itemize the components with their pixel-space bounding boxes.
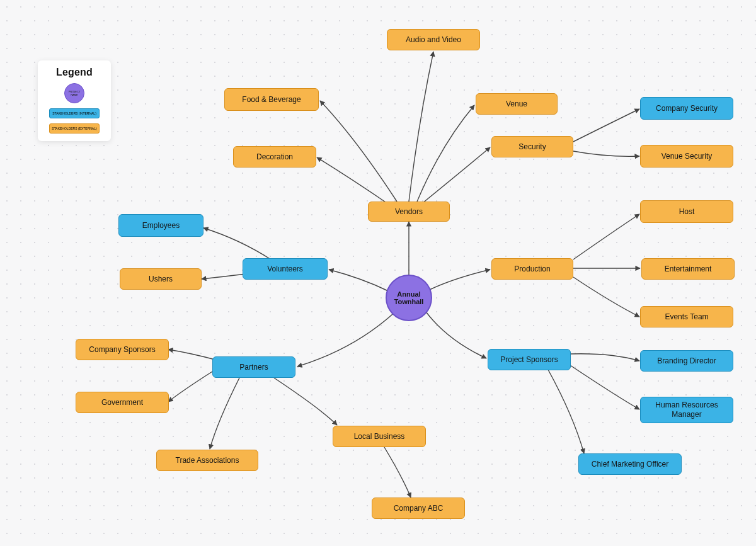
center-project-node[interactable]: Annual Townhall <box>386 275 432 321</box>
node-audio-video[interactable]: Audio and Video <box>387 29 480 50</box>
legend-internal-label: STAKEHOLDERS (INTERNAL) <box>52 111 96 115</box>
node-label: Audio and Video <box>406 35 461 45</box>
node-label: Company Sponsors <box>89 345 155 355</box>
node-events-team[interactable]: Events Team <box>640 306 733 327</box>
legend-title: Legend <box>43 67 106 78</box>
node-label: Host <box>679 207 695 217</box>
node-partners[interactable]: Partners <box>212 356 295 378</box>
node-ushers[interactable]: Ushers <box>120 268 202 290</box>
node-entertainment[interactable]: Entertainment <box>641 258 735 280</box>
node-label: Production <box>514 264 550 274</box>
node-local-business[interactable]: Local Business <box>333 426 426 447</box>
node-label: Government <box>101 398 143 407</box>
node-company-abc[interactable]: Company ABC <box>372 498 465 519</box>
node-volunteers[interactable]: Volunteers <box>243 258 328 280</box>
legend-external-label: STAKEHOLDERS (EXTERNAL) <box>52 127 96 130</box>
node-label: Vendors <box>395 207 423 217</box>
legend-project-swatch: PROJECT NAME <box>64 83 84 103</box>
node-label: Human Resources Manager <box>646 401 728 419</box>
node-label: Local Business <box>354 432 405 441</box>
node-food-beverage[interactable]: Food & Beverage <box>224 88 319 111</box>
node-label: Volunteers <box>267 264 303 274</box>
node-hr-manager[interactable]: Human Resources Manager <box>640 397 733 423</box>
legend-external-swatch: STAKEHOLDERS (EXTERNAL) <box>49 123 100 134</box>
node-company-sponsors[interactable]: Company Sponsors <box>76 339 169 360</box>
node-company-security[interactable]: Company Security <box>640 97 733 120</box>
node-vendors[interactable]: Vendors <box>368 202 450 222</box>
node-security[interactable]: Security <box>491 136 573 157</box>
node-cmo[interactable]: Chief Marketing Officer <box>578 453 682 475</box>
node-production[interactable]: Production <box>491 258 573 280</box>
node-label: Venue <box>506 100 527 109</box>
node-government[interactable]: Government <box>76 392 169 413</box>
node-venue-security[interactable]: Venue Security <box>640 145 733 168</box>
node-project-sponsors[interactable]: Project Sponsors <box>488 349 571 370</box>
node-label: Decoration <box>256 152 293 162</box>
node-decoration[interactable]: Decoration <box>233 146 316 168</box>
node-label: Partners <box>239 363 268 372</box>
node-label: Ushers <box>149 275 173 284</box>
node-branding-director[interactable]: Branding Director <box>640 350 733 372</box>
node-label: Trade Associations <box>176 456 239 465</box>
node-trade-assoc[interactable]: Trade Associations <box>156 450 258 471</box>
node-label: Security <box>518 142 546 152</box>
node-label: Entertainment <box>665 264 712 274</box>
legend-project-label: PROJECT NAME <box>65 90 84 96</box>
legend-internal-swatch: STAKEHOLDERS (INTERNAL) <box>49 108 100 118</box>
node-label: Employees <box>142 221 180 230</box>
node-venue[interactable]: Venue <box>476 93 558 115</box>
center-label: Annual Townhall <box>387 290 431 305</box>
node-label: Chief Marketing Officer <box>592 460 669 469</box>
node-label: Project Sponsors <box>500 355 558 365</box>
node-employees[interactable]: Employees <box>118 214 203 237</box>
legend-panel[interactable]: Legend PROJECT NAME STAKEHOLDERS (INTERN… <box>38 60 111 141</box>
node-label: Venue Security <box>662 152 713 161</box>
diagram-canvas[interactable]: Annual Townhall Vendors Food & Beverage … <box>0 0 756 546</box>
node-label: Events Team <box>665 312 708 322</box>
node-label: Branding Director <box>657 356 716 366</box>
node-label: Company Security <box>656 104 718 113</box>
node-host[interactable]: Host <box>640 200 733 223</box>
node-label: Company ABC <box>394 504 444 513</box>
node-label: Food & Beverage <box>242 95 301 105</box>
